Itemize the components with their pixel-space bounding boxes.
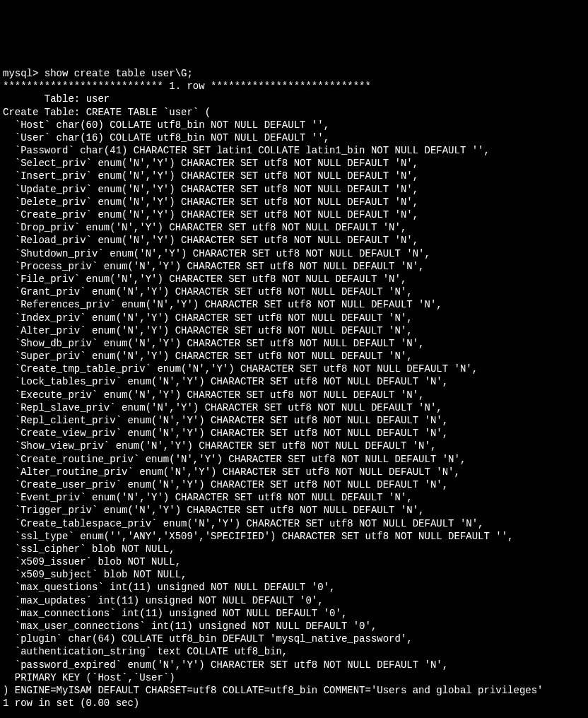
mysql-prompt: mysql> (3, 68, 45, 79)
table-label: Table: (3, 93, 86, 105)
create-table-start: CREATE TABLE `user` ( (86, 107, 211, 118)
create-table-label: Create Table: (3, 107, 86, 118)
command-input: show create table user\G; (45, 68, 193, 79)
column-definitions: `Host` char(60) COLLATE utf8_bin NOT NUL… (3, 119, 585, 684)
terminal-output[interactable]: mysql> show create table user\G; *******… (0, 64, 588, 718)
row-header: *************************** 1. row *****… (3, 81, 371, 92)
create-table-end: ) ENGINE=MyISAM DEFAULT CHARSET=utf8 COL… (3, 685, 543, 696)
table-name: user (86, 93, 110, 105)
rows-in-set: 1 row in set (0.00 sec) (3, 698, 139, 709)
